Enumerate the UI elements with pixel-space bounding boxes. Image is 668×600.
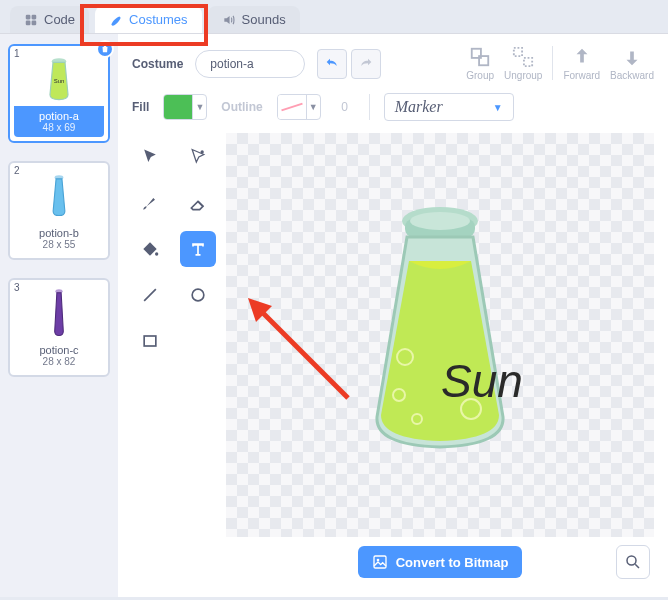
tab-sounds[interactable]: Sounds bbox=[208, 6, 300, 33]
chevron-down-icon: ▼ bbox=[192, 95, 206, 119]
zoom-button[interactable] bbox=[616, 545, 650, 579]
costume-name-input[interactable] bbox=[195, 50, 305, 78]
group-icon bbox=[469, 46, 491, 68]
outline-label: Outline bbox=[221, 100, 262, 114]
costume-thumb-1[interactable]: 1 Sun potion-a 48 x 69 bbox=[8, 44, 110, 143]
thumb-caption: potion-a 48 x 69 bbox=[14, 106, 104, 137]
costume-artwork: Sun bbox=[345, 197, 535, 457]
outline-color-picker[interactable]: ▼ bbox=[277, 94, 321, 120]
tab-costumes-label: Costumes bbox=[129, 12, 188, 27]
fill-label: Fill bbox=[132, 100, 149, 114]
forward-label: Forward bbox=[563, 70, 600, 81]
main-area: 1 Sun potion-a 48 x 69 2 potion-b 28 x 5… bbox=[0, 33, 668, 597]
svg-rect-3 bbox=[32, 20, 37, 25]
trash-icon bbox=[100, 44, 110, 54]
tool-reshape[interactable] bbox=[180, 139, 216, 175]
svg-line-27 bbox=[635, 564, 639, 568]
thumb-name: potion-c bbox=[16, 344, 102, 356]
editor-row-style: Fill ▼ Outline ▼ 0 Marker ▼ bbox=[132, 93, 654, 121]
svg-rect-11 bbox=[524, 58, 532, 66]
tab-bar: Code Costumes Sounds bbox=[0, 0, 668, 33]
backward-icon bbox=[621, 46, 643, 68]
tool-eraser[interactable] bbox=[180, 185, 216, 221]
thumb-number: 3 bbox=[14, 282, 20, 293]
code-icon bbox=[24, 13, 38, 27]
costume-thumb-2[interactable]: 2 potion-b 28 x 55 bbox=[8, 161, 110, 260]
redo-button[interactable] bbox=[351, 49, 381, 79]
group-button[interactable]: Group bbox=[466, 46, 494, 81]
thumb-preview: Sun bbox=[14, 50, 104, 106]
undo-button[interactable] bbox=[317, 49, 347, 79]
costume-label: Costume bbox=[132, 57, 183, 71]
svg-point-26 bbox=[627, 556, 636, 565]
tool-rect[interactable] bbox=[132, 323, 168, 359]
tool-palette bbox=[132, 133, 216, 587]
fill-color-picker[interactable]: ▼ bbox=[163, 94, 207, 120]
convert-to-bitmap-button[interactable]: Convert to Bitmap bbox=[358, 546, 523, 578]
outline-width: 0 bbox=[335, 100, 355, 114]
tab-sounds-label: Sounds bbox=[242, 12, 286, 27]
thumb-caption: potion-c 28 x 82 bbox=[14, 340, 104, 371]
sound-icon bbox=[222, 13, 236, 27]
tool-line[interactable] bbox=[132, 277, 168, 313]
svg-point-13 bbox=[155, 252, 158, 255]
canvas[interactable]: Sun bbox=[226, 133, 654, 537]
undo-icon bbox=[324, 56, 340, 72]
svg-line-14 bbox=[144, 289, 156, 301]
svg-rect-24 bbox=[374, 556, 386, 568]
thumb-dimensions: 48 x 69 bbox=[16, 122, 102, 133]
editor-row-name: Costume Group Ungroup bbox=[132, 46, 654, 81]
thumb-name: potion-a bbox=[16, 110, 102, 122]
thumb-dimensions: 28 x 55 bbox=[16, 239, 102, 250]
delete-costume-button[interactable] bbox=[96, 40, 114, 58]
forward-button[interactable]: Forward bbox=[563, 46, 600, 81]
costume-thumb-3[interactable]: 3 potion-c 28 x 82 bbox=[8, 278, 110, 377]
tool-circle[interactable] bbox=[180, 277, 216, 313]
chevron-down-icon: ▼ bbox=[493, 102, 503, 113]
fill-swatch bbox=[164, 95, 192, 119]
svg-point-15 bbox=[192, 289, 204, 301]
ungroup-button[interactable]: Ungroup bbox=[504, 46, 542, 81]
thumb-name: potion-b bbox=[16, 227, 102, 239]
group-label: Group bbox=[466, 70, 494, 81]
redo-icon bbox=[358, 56, 374, 72]
canvas-wrapper: Sun Convert to Bitmap bbox=[226, 133, 654, 587]
font-name: Marker bbox=[395, 98, 443, 116]
svg-rect-0 bbox=[26, 14, 31, 19]
svg-rect-1 bbox=[32, 14, 37, 19]
editor-panel: Costume Group Ungroup bbox=[118, 34, 668, 597]
svg-rect-16 bbox=[144, 336, 156, 346]
backward-button[interactable]: Backward bbox=[610, 46, 654, 81]
ungroup-label: Ungroup bbox=[504, 70, 542, 81]
chevron-down-icon: ▼ bbox=[306, 95, 320, 119]
font-select[interactable]: Marker ▼ bbox=[384, 93, 514, 121]
tab-costumes[interactable]: Costumes bbox=[95, 6, 202, 33]
convert-label: Convert to Bitmap bbox=[396, 555, 509, 570]
outline-swatch bbox=[278, 95, 306, 119]
thumb-preview bbox=[14, 167, 104, 223]
backward-label: Backward bbox=[610, 70, 654, 81]
thumb-number: 1 bbox=[14, 48, 20, 59]
tool-text[interactable] bbox=[180, 231, 216, 267]
brush-icon bbox=[109, 13, 123, 27]
tool-brush[interactable] bbox=[132, 185, 168, 221]
thumb-number: 2 bbox=[14, 165, 20, 176]
tab-code-label: Code bbox=[44, 12, 75, 27]
artwork-text: Sun bbox=[441, 355, 523, 407]
costume-list: 1 Sun potion-a 48 x 69 2 potion-b 28 x 5… bbox=[0, 34, 118, 597]
tool-area: Sun Convert to Bitmap bbox=[132, 133, 654, 587]
tab-code[interactable]: Code bbox=[10, 6, 89, 33]
magnifier-icon bbox=[624, 553, 642, 571]
tool-fill[interactable] bbox=[132, 231, 168, 267]
svg-rect-2 bbox=[26, 20, 31, 25]
thumb-caption: potion-b 28 x 55 bbox=[14, 223, 104, 254]
canvas-bottom-bar: Convert to Bitmap bbox=[226, 537, 654, 587]
bitmap-icon bbox=[372, 554, 388, 570]
svg-point-25 bbox=[376, 559, 379, 562]
svg-rect-10 bbox=[514, 48, 522, 56]
thumb-preview bbox=[14, 284, 104, 340]
forward-icon bbox=[571, 46, 593, 68]
svg-text:Sun: Sun bbox=[54, 78, 65, 84]
undo-redo-group bbox=[317, 49, 381, 79]
tool-select[interactable] bbox=[132, 139, 168, 175]
